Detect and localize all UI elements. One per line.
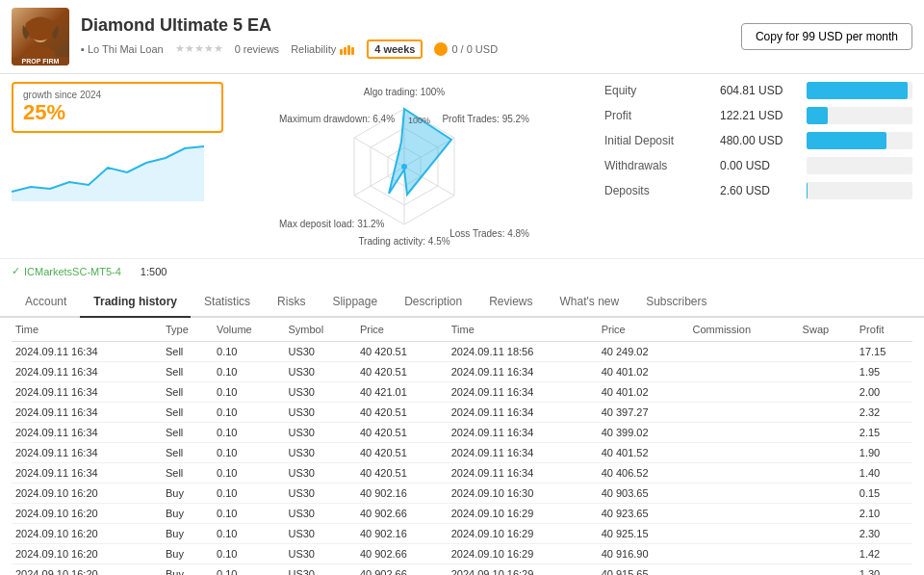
table-cell-3: US30 bbox=[284, 463, 355, 484]
table-cell-5: 2024.09.10 16:29 bbox=[448, 544, 598, 564]
table-cell-4: 40 420.51 bbox=[356, 443, 448, 463]
tab-trading-history[interactable]: Trading history bbox=[80, 287, 191, 318]
table-cell-6: 40 401.52 bbox=[598, 443, 689, 463]
table-cell-9: 2.10 bbox=[856, 504, 912, 524]
leverage: 1:500 bbox=[141, 266, 167, 277]
avatar-label: PROP FIRM bbox=[12, 57, 69, 65]
table-cell-5: 2024.09.10 16:29 bbox=[448, 504, 598, 524]
broker-name: ✓ ICMarketsSC-MT5-4 bbox=[12, 265, 121, 277]
deposits-row: Deposits 2.60 USD bbox=[604, 182, 912, 199]
equity-label: Equity bbox=[604, 84, 720, 97]
radar-label-algo: Algo trading: 100% bbox=[364, 87, 446, 97]
table-cell-2: 0.10 bbox=[213, 524, 284, 544]
table-cell-2: 0.10 bbox=[213, 544, 284, 564]
broker-info: ✓ ICMarketsSC-MT5-4 1:500 bbox=[0, 258, 924, 283]
tab-description[interactable]: Description bbox=[391, 287, 475, 318]
table-cell-1: Sell bbox=[162, 342, 213, 362]
radar-label-loss: Loss Trades: 4.8% bbox=[449, 228, 529, 239]
col-header-close-price: Price bbox=[598, 318, 689, 342]
table-cell-5: 2024.09.10 16:29 bbox=[448, 564, 598, 576]
table-cell-8 bbox=[799, 362, 856, 382]
table-cell-3: US30 bbox=[284, 443, 355, 463]
table-cell-4: 40 902.16 bbox=[356, 524, 448, 544]
initial-deposit-row: Initial Deposit 480.00 USD bbox=[604, 132, 912, 149]
table-cell-1: Sell bbox=[162, 403, 213, 423]
table-row: 2024.09.11 16:34Sell0.10US3040 420.51202… bbox=[12, 463, 912, 484]
header-info: Diamond Ultimate 5 EA Lo Thi Mai Loan ★★… bbox=[81, 15, 741, 59]
table-cell-6: 40 903.65 bbox=[598, 484, 689, 504]
table-cell-8 bbox=[799, 484, 856, 504]
table-cell-4: 40 420.51 bbox=[356, 403, 448, 423]
table-cell-2: 0.10 bbox=[213, 382, 284, 403]
tab-risks[interactable]: Risks bbox=[264, 287, 319, 318]
col-header-swap: Swap bbox=[799, 318, 856, 342]
table-cell-2: 0.10 bbox=[213, 484, 284, 504]
table-cell-0: 2024.09.10 16:20 bbox=[12, 564, 162, 576]
table-cell-1: Buy bbox=[162, 484, 213, 504]
table-row: 2024.09.10 16:20Buy0.10US3040 902.162024… bbox=[12, 484, 912, 504]
table-cell-0: 2024.09.11 16:34 bbox=[12, 403, 162, 423]
table-cell-5: 2024.09.11 16:34 bbox=[448, 382, 598, 403]
table-cell-2: 0.10 bbox=[213, 443, 284, 463]
table-cell-7 bbox=[689, 484, 799, 504]
table-cell-4: 40 902.66 bbox=[356, 504, 448, 524]
table-cell-1: Sell bbox=[162, 382, 213, 403]
initial-deposit-label: Initial Deposit bbox=[604, 134, 720, 147]
copy-button[interactable]: Copy for 99 USD per month bbox=[741, 23, 912, 50]
table-cell-2: 0.10 bbox=[213, 403, 284, 423]
currency-info: 0 / 0 USD bbox=[434, 42, 498, 56]
tab-reviews[interactable]: Reviews bbox=[475, 287, 546, 318]
table-cell-2: 0.10 bbox=[213, 423, 284, 443]
profit-row: Profit 122.21 USD bbox=[604, 107, 912, 124]
withdrawals-bar-wrap bbox=[807, 157, 912, 174]
reliability-label: Reliability bbox=[291, 43, 355, 55]
table-cell-3: US30 bbox=[284, 564, 355, 576]
table-cell-5: 2024.09.10 16:29 bbox=[448, 524, 598, 544]
table-cell-7 bbox=[689, 504, 799, 524]
col-header-symbol: Symbol bbox=[284, 318, 355, 342]
check-icon: ✓ bbox=[12, 265, 20, 277]
table-row: 2024.09.10 16:20Buy0.10US3040 902.662024… bbox=[12, 564, 912, 576]
table-row: 2024.09.11 16:34Sell0.10US3040 420.51202… bbox=[12, 423, 912, 443]
table-cell-1: Sell bbox=[162, 362, 213, 382]
table-row: 2024.09.11 16:34Sell0.10US3040 420.51202… bbox=[12, 362, 912, 382]
col-header-type: Type bbox=[162, 318, 213, 342]
table-cell-6: 40 923.65 bbox=[598, 504, 689, 524]
table-cell-0: 2024.09.10 16:20 bbox=[12, 544, 162, 564]
review-count: 0 reviews bbox=[235, 43, 279, 55]
table-cell-3: US30 bbox=[284, 544, 355, 564]
table-row: 2024.09.11 16:34Sell0.10US3040 420.51202… bbox=[12, 342, 912, 362]
table-cell-8 bbox=[799, 423, 856, 443]
tab-subscribers[interactable]: Subscribers bbox=[632, 287, 720, 318]
table-cell-4: 40 902.16 bbox=[356, 484, 448, 504]
initial-deposit-value: 480.00 USD bbox=[720, 134, 807, 147]
author-name: Lo Thi Mai Loan bbox=[81, 43, 164, 55]
table-cell-8 bbox=[799, 403, 856, 423]
withdrawals-row: Withdrawals 0.00 USD bbox=[604, 157, 912, 174]
table-cell-2: 0.10 bbox=[213, 564, 284, 576]
table-cell-7 bbox=[689, 463, 799, 484]
table-cell-8 bbox=[799, 504, 856, 524]
tab-statistics[interactable]: Statistics bbox=[191, 287, 264, 318]
table-cell-3: US30 bbox=[284, 382, 355, 403]
deposits-bar bbox=[807, 182, 808, 199]
tab-account[interactable]: Account bbox=[12, 287, 80, 318]
tab-whats-new[interactable]: What's new bbox=[547, 287, 633, 318]
table-cell-4: 40 420.51 bbox=[356, 463, 448, 484]
table-cell-0: 2024.09.10 16:20 bbox=[12, 504, 162, 524]
table-cell-1: Buy bbox=[162, 544, 213, 564]
svg-point-10 bbox=[401, 164, 407, 170]
table-cell-1: Sell bbox=[162, 443, 213, 463]
table-cell-7 bbox=[689, 403, 799, 423]
table-cell-9: 1.90 bbox=[856, 443, 912, 463]
tab-slippage[interactable]: Slippage bbox=[319, 287, 391, 318]
col-header-open-time: Time bbox=[12, 318, 162, 342]
table-cell-9: 1.42 bbox=[856, 544, 912, 564]
table-cell-9: 2.15 bbox=[856, 423, 912, 443]
table-cell-7 bbox=[689, 382, 799, 403]
initial-deposit-bar bbox=[807, 132, 886, 149]
equity-value: 604.81 USD bbox=[720, 84, 807, 97]
table-cell-6: 40 406.52 bbox=[598, 463, 689, 484]
table-cell-7 bbox=[689, 524, 799, 544]
radar-label-deposit: Max deposit load: 31.2% bbox=[279, 219, 385, 229]
